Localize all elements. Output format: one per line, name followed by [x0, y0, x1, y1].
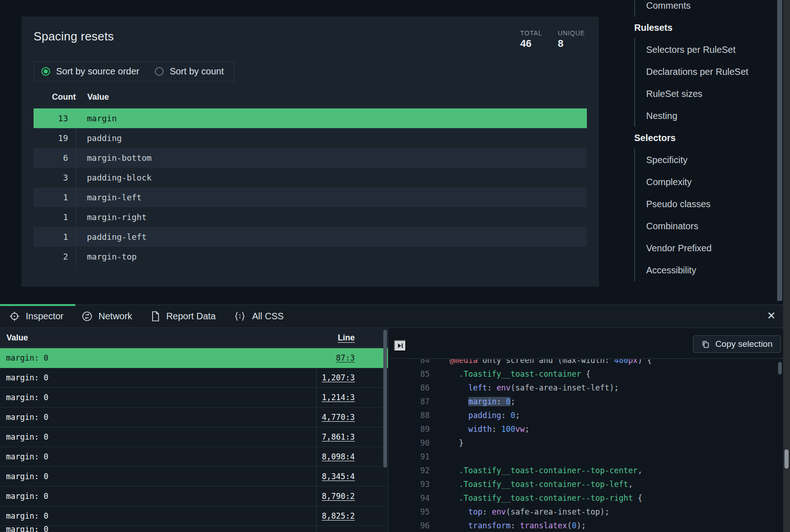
table-row[interactable]: 13margin [34, 108, 587, 128]
stat-total: TOTAL 46 [520, 29, 542, 50]
line-link[interactable]: 87:3 [336, 353, 355, 362]
sidebar-item-pseudo-classes[interactable]: Pseudo classes [635, 193, 772, 215]
code-token: 0 [511, 411, 515, 420]
line-link[interactable]: 8,345:4 [322, 472, 355, 481]
value-column-header: Value [76, 92, 109, 102]
code-token: : [492, 424, 501, 434]
table-row[interactable]: 1padding-left [34, 227, 587, 247]
code-line-text: .Toastify__toast-container--top-center, [430, 466, 642, 475]
sidebar-item-ruleset-sizes[interactable]: RuleSet sizes [635, 83, 772, 105]
declaration-row[interactable]: margin: 08,345:4 [0, 467, 388, 487]
code-line-text: padding: 0; [430, 411, 520, 420]
sidebar-item-declarations-per-ruleset[interactable]: Declarations per RuleSet [635, 61, 772, 83]
table-row[interactable]: 1margin-left [34, 187, 587, 207]
sidebar-group: Selectors per RuleSetDeclarations per Ru… [634, 39, 772, 127]
page-scrollbar[interactable] [783, 0, 790, 532]
copy-selection-label: Copy selection [715, 339, 773, 349]
close-icon[interactable]: ✕ [767, 311, 776, 321]
code-line: 96 transform: translatex(0); [388, 519, 783, 532]
sidebar-item-complexity[interactable]: Complexity [635, 171, 772, 193]
table-row[interactable]: 2margin-top [34, 247, 587, 266]
document-icon [151, 311, 160, 322]
line-link[interactable]: 7,861:3 [322, 432, 355, 441]
line-link[interactable]: 1,207:3 [322, 373, 355, 382]
code-token: padding [449, 411, 501, 420]
code-token: } [449, 438, 464, 447]
row-value: margin-right [76, 212, 147, 222]
code-token: px [628, 359, 637, 365]
sort-option-label: Sort by count [170, 66, 224, 77]
line-link[interactable]: 4,770:3 [322, 413, 355, 422]
code-line-text: transform: translatex(0); [430, 521, 586, 530]
code-scrollbar-thumb[interactable] [778, 362, 782, 374]
copy-selection-button[interactable]: Copy selection [693, 335, 781, 353]
table-row[interactable]: 3padding-block [34, 168, 587, 187]
row-value: margin [76, 113, 117, 123]
sidebar-scrollbar-thumb[interactable] [777, 0, 782, 301]
declaration-row[interactable]: margin: 087:3 [0, 348, 388, 368]
line-link[interactable]: 8,098:4 [322, 452, 355, 461]
code-line: 85 .Toastify__toast-container { [388, 367, 783, 381]
code-token: 0 [506, 397, 511, 406]
sidebar-item-nesting[interactable]: Nesting [635, 105, 772, 127]
declaration-row[interactable]: margin: 07,861:3 [0, 427, 388, 447]
code-token: .Toastify__toast-container--top-right [449, 493, 633, 503]
declaration-row[interactable]: margin: 0 [0, 526, 388, 532]
sidebar-item-specificity[interactable]: Specificity [635, 149, 772, 171]
sort-options-group: Sort by source orderSort by count [34, 62, 234, 81]
stat-unique-value: 8 [558, 38, 585, 50]
code-token: top [449, 507, 483, 516]
sidebar-item-comments[interactable]: Comments [635, 0, 772, 17]
declaration-value: margin: 0 [0, 388, 316, 407]
line-link[interactable]: 1,214:3 [322, 393, 355, 402]
tab-report-data[interactable]: Report Data [151, 311, 216, 322]
code-token: env [496, 383, 511, 392]
code-token: 100 [501, 424, 516, 434]
declaration-list-scrollbar-thumb[interactable] [383, 330, 387, 468]
line-link[interactable]: 8,790:2 [322, 492, 355, 501]
sidebar-item-accessibility[interactable]: Accessibility [635, 259, 772, 281]
line-link[interactable]: 8,825:2 [322, 511, 355, 521]
code-line: 88 padding: 0; [388, 408, 783, 422]
stats-block: TOTAL 46 UNIQUE 8 [520, 29, 585, 50]
code-token: (safe-area-inset-top); [506, 507, 609, 516]
tab-all-css[interactable]: All CSS [234, 311, 284, 322]
sidebar-item-selectors-per-ruleset[interactable]: Selectors per RuleSet [635, 39, 772, 61]
crosshair-icon [9, 311, 20, 322]
code-line-number: 85 [388, 369, 430, 379]
active-tab-indicator [0, 304, 75, 306]
page-scrollbar-thumb[interactable] [784, 449, 789, 469]
row-count: 3 [34, 168, 76, 187]
code-line-text: .Toastify__toast-container--top-right { [430, 493, 642, 503]
code-token: ); [576, 521, 585, 530]
code-line-number: 86 [388, 383, 430, 392]
code-area[interactable]: 84@media only screen and (max-width: 480… [388, 359, 783, 532]
table-row[interactable]: 6margin-bottom [34, 148, 587, 168]
code-token: { [581, 369, 591, 379]
sort-option-count[interactable]: Sort by count [155, 66, 224, 77]
value-header: Value [0, 333, 28, 343]
row-value: margin-left [76, 192, 142, 202]
sidebar-item-vendor-prefixed[interactable]: Vendor Prefixed [635, 237, 772, 259]
declaration-row[interactable]: margin: 08,790:2 [0, 487, 388, 506]
line-header-sort-link[interactable]: Line [338, 333, 388, 343]
code-line-text: margin: 0; [430, 397, 515, 406]
declaration-row[interactable]: margin: 04,770:3 [0, 407, 388, 427]
code-token: ) { [637, 359, 652, 365]
declaration-row[interactable]: margin: 01,207:3 [0, 368, 388, 388]
tab-network[interactable]: Network [82, 311, 132, 322]
declaration-list-body: margin: 087:3margin: 01,207:3margin: 01,… [0, 348, 388, 532]
table-row[interactable]: 19padding [34, 128, 587, 148]
code-line: 94 .Toastify__toast-container--top-right… [388, 491, 783, 505]
sort-option-source-order[interactable]: Sort by source order [41, 66, 139, 77]
table-row[interactable]: 1margin-right [34, 207, 587, 227]
declaration-row[interactable]: margin: 08,825:2 [0, 506, 388, 526]
declaration-row[interactable]: margin: 08,098:4 [0, 447, 388, 467]
collapse-pane-button[interactable] [394, 340, 406, 351]
sidebar-item-combinators[interactable]: Combinators [635, 215, 772, 237]
declaration-row[interactable]: margin: 01,214:3 [0, 388, 388, 407]
tab-inspector[interactable]: Inspector [9, 311, 63, 322]
row-count: 13 [34, 108, 76, 128]
spacing-table-body: 13margin19padding6margin-bottom3padding-… [22, 108, 599, 266]
row-value: margin-top [76, 252, 136, 261]
